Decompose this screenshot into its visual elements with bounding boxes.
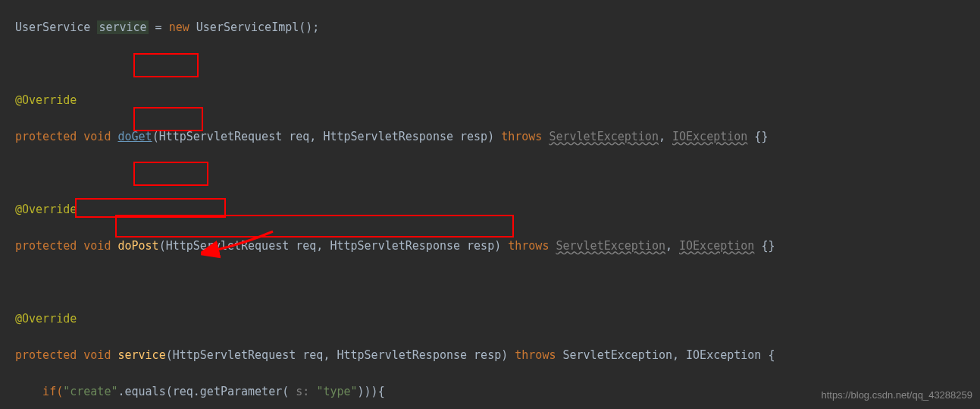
code-line: protected void service(HttpServletReques… bbox=[15, 346, 980, 364]
code-line: @Override bbox=[15, 200, 980, 219]
annotation-override: @Override bbox=[15, 93, 77, 107]
blank-line bbox=[15, 164, 980, 182]
code-line: @Override bbox=[15, 91, 980, 109]
variable-service: service bbox=[97, 20, 148, 34]
code-line: protected void doGet(HttpServletRequest … bbox=[15, 127, 980, 146]
param-hint: s: bbox=[296, 385, 316, 398]
annotation-override: @Override bbox=[15, 203, 77, 216]
method-doget[interactable]: doGet bbox=[117, 130, 152, 143]
annotation-override: @Override bbox=[15, 312, 77, 326]
blank-line bbox=[15, 55, 980, 73]
method-service[interactable]: service bbox=[117, 348, 165, 362]
code-line: UserService service = new UserServiceImp… bbox=[15, 18, 980, 36]
blank-line bbox=[15, 273, 980, 291]
code-editor[interactable]: UserService service = new UserServiceImp… bbox=[0, 0, 980, 409]
code-line: protected void doPost(HttpServletRequest… bbox=[15, 237, 980, 255]
code-line: @Override bbox=[15, 310, 980, 328]
watermark: https://blog.csdn.net/qq_43288259 bbox=[822, 386, 973, 404]
method-dopost[interactable]: doPost bbox=[117, 239, 158, 253]
